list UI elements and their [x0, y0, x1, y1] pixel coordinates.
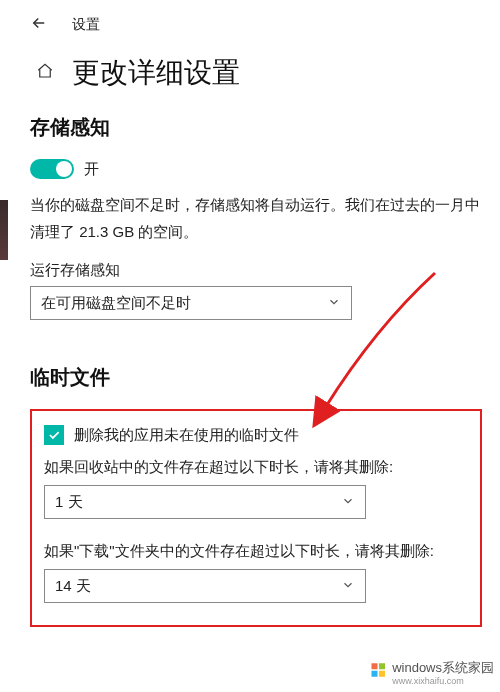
watermark: windows系统家园 www.xixhaifu.com [370, 658, 494, 686]
window-edge-decoration [0, 200, 8, 260]
svg-rect-3 [379, 671, 385, 677]
back-icon[interactable] [30, 14, 48, 36]
downloads-select[interactable]: 14 天 [44, 569, 366, 603]
toggle-knob [56, 161, 72, 177]
svg-rect-1 [379, 663, 385, 669]
watermark-url: www.xixhaifu.com [392, 677, 494, 686]
delete-temp-files-row: 删除我的应用未在使用的临时文件 [44, 425, 468, 445]
chevron-down-icon [341, 578, 355, 595]
storage-sense-toggle[interactable] [30, 159, 74, 179]
home-icon[interactable] [36, 62, 54, 84]
run-storage-sense-label: 运行存储感知 [30, 261, 482, 280]
recycle-bin-select[interactable]: 1 天 [44, 485, 366, 519]
page-title: 更改详细设置 [72, 54, 240, 92]
select-value: 14 天 [55, 577, 91, 596]
run-storage-sense-select[interactable]: 在可用磁盘空间不足时 [30, 286, 352, 320]
select-value: 1 天 [55, 493, 83, 512]
toggle-label: 开 [84, 160, 99, 179]
watermark-text: windows系统家园 [392, 660, 494, 675]
select-value: 在可用磁盘空间不足时 [41, 294, 191, 313]
chevron-down-icon [327, 295, 341, 312]
recycle-bin-label: 如果回收站中的文件存在超过以下时长，请将其删除: [44, 455, 468, 479]
delete-temp-files-label: 删除我的应用未在使用的临时文件 [74, 426, 299, 445]
header: 更改详细设置 [0, 44, 500, 98]
section-title-temp-files: 临时文件 [30, 364, 482, 391]
svg-rect-2 [372, 671, 378, 677]
downloads-label: 如果"下载"文件夹中的文件存在超过以下时长，请将其删除: [44, 539, 468, 563]
section-title-storage-sense: 存储感知 [30, 114, 482, 141]
storage-sense-toggle-row: 开 [30, 159, 482, 179]
storage-sense-description: 当你的磁盘空间不足时，存储感知将自动运行。我们在过去的一月中清理了 21.3 G… [30, 191, 482, 245]
highlight-annotation-box: 删除我的应用未在使用的临时文件 如果回收站中的文件存在超过以下时长，请将其删除:… [30, 409, 482, 627]
topbar-title: 设置 [72, 16, 100, 34]
delete-temp-files-checkbox[interactable] [44, 425, 64, 445]
chevron-down-icon [341, 494, 355, 511]
topbar: 设置 [0, 0, 500, 44]
svg-rect-0 [372, 663, 378, 669]
windows-logo-icon [370, 661, 388, 683]
